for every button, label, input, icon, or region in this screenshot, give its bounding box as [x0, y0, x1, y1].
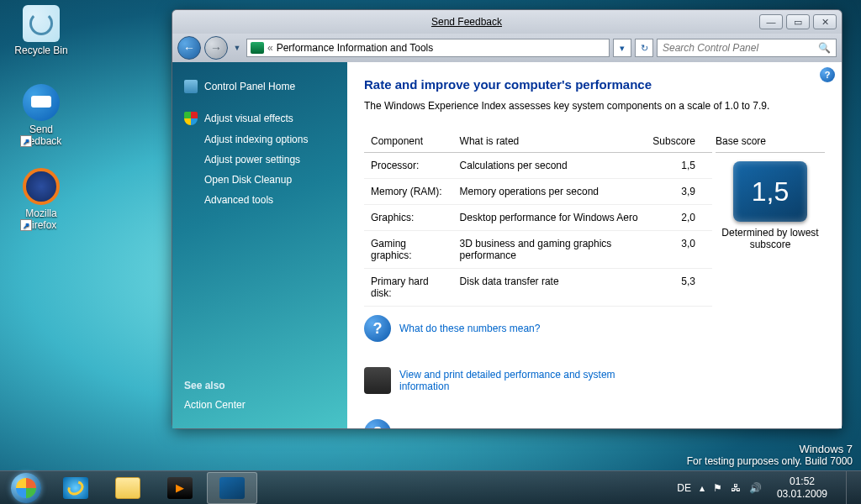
tray-language[interactable]: DE	[677, 482, 691, 494]
sidebar-item-advanced-tools[interactable]: Advanced tools	[184, 190, 335, 210]
firefox-icon	[23, 168, 60, 205]
sidebar-item-visual-effects[interactable]: Adjust visual effects	[184, 108, 335, 129]
system-tray: DE ▴ ⚑ 🖧 🔊 01:52 03.01.2009	[677, 471, 858, 505]
toolbar: ← → ▼ « Performance Information and Tool…	[172, 34, 842, 62]
table-row: Primary hard disk:Disk data transfer rat…	[364, 269, 712, 307]
desktop-icon-send-feedback[interactable]: ↗ Send feedback	[10, 84, 72, 147]
feedback-icon	[23, 84, 60, 121]
col-component: Component	[364, 130, 453, 153]
base-score-caption: Determined by lowest subscore	[716, 227, 825, 250]
desktop-icon-firefox[interactable]: ↗ Mozilla Firefox	[10, 168, 72, 231]
tray-clock[interactable]: 01:52 03.01.2009	[770, 475, 834, 500]
send-feedback-link[interactable]: Send Feedback	[431, 16, 502, 28]
clock-time: 01:52	[777, 475, 827, 487]
titlebar[interactable]: Send Feedback — ▭ ✕	[172, 10, 842, 34]
see-also-header: See also	[184, 380, 335, 391]
desktop-icon-recycle-bin[interactable]: Recycle Bin	[10, 5, 72, 56]
nav-history-dropdown[interactable]: ▼	[231, 36, 243, 60]
tray-volume-icon[interactable]: 🔊	[749, 482, 762, 494]
col-what: What is rated	[453, 130, 647, 153]
refresh-button[interactable]: ↻	[635, 39, 653, 57]
control-panel-window: Send Feedback — ▭ ✕ ← → ▼ « Performance …	[172, 9, 843, 429]
content-pane: ? Rate and improve your computer's perfo…	[347, 62, 842, 428]
forward-button[interactable]: →	[204, 36, 228, 60]
rating-table: Component What is rated Subscore Process…	[364, 130, 712, 307]
taskbar-explorer[interactable]	[103, 472, 153, 504]
breadcrumb-chevrons: «	[267, 42, 273, 54]
home-icon	[184, 80, 198, 93]
explorer-icon	[115, 477, 140, 499]
col-subscore: Subscore	[646, 130, 712, 153]
media-player-icon	[167, 477, 193, 499]
address-dropdown[interactable]: ▾	[613, 39, 631, 57]
windows-orb-icon	[11, 473, 41, 503]
start-button[interactable]	[3, 471, 49, 505]
clock-date: 03.01.2009	[777, 488, 827, 500]
taskbar: DE ▴ ⚑ 🖧 🔊 01:52 03.01.2009	[0, 470, 861, 504]
build-watermark: Windows 7 For testing purposes only. Bui…	[687, 443, 853, 467]
sidebar-item-power[interactable]: Adjust power settings	[184, 150, 335, 170]
search-box[interactable]: 🔍	[657, 39, 837, 57]
shortcut-arrow-icon: ↗	[20, 219, 32, 231]
minimize-button[interactable]: —	[759, 14, 783, 29]
maximize-button[interactable]: ▭	[786, 14, 810, 29]
address-title: Performance Information and Tools	[277, 42, 434, 54]
sidebar-action-center[interactable]: Action Center	[184, 395, 335, 415]
printer-icon	[364, 367, 391, 394]
col-base-score: Base score	[716, 130, 825, 153]
page-description: The Windows Experience Index assesses ke…	[364, 100, 825, 112]
control-panel-home-link[interactable]: Control Panel Home	[184, 76, 335, 97]
ie-icon	[63, 477, 88, 499]
sidebar-item-disk-cleanup[interactable]: Open Disk Cleanup	[184, 170, 335, 190]
help-button[interactable]: ?	[820, 67, 835, 82]
desktop-icon-label: Recycle Bin	[10, 45, 72, 56]
show-desktop-button[interactable]	[846, 471, 856, 505]
back-button[interactable]: ←	[177, 36, 201, 60]
base-score-value: 1,5	[733, 161, 807, 222]
tray-show-hidden-icon[interactable]: ▴	[700, 482, 705, 494]
table-row: Graphics:Desktop performance for Windows…	[364, 205, 712, 231]
close-button[interactable]: ✕	[813, 14, 837, 29]
taskbar-media-player[interactable]	[155, 472, 205, 504]
help-icon: ?	[364, 419, 391, 428]
page-title: Rate and improve your computer's perform…	[364, 77, 825, 92]
taskbar-performance-info[interactable]	[207, 472, 257, 504]
link-view-print[interactable]: View and print detailed performance and …	[399, 369, 625, 392]
link-tips[interactable]: Tips for improving your computer's perfo…	[399, 427, 615, 428]
help-icon: ?	[364, 315, 391, 342]
table-row: Processor:Calculations per second1,5	[364, 153, 712, 179]
tray-network-icon[interactable]: 🖧	[731, 482, 741, 494]
search-icon[interactable]: 🔍	[818, 42, 831, 54]
search-input[interactable]	[663, 42, 818, 54]
taskbar-ie[interactable]	[50, 472, 101, 504]
performance-icon	[219, 477, 245, 499]
link-numbers-mean[interactable]: What do these numbers mean?	[399, 323, 540, 334]
address-bar[interactable]: « Performance Information and Tools	[246, 39, 610, 57]
base-score-panel: Base score 1,5 Determined by lowest subs…	[716, 130, 825, 250]
sidebar-item-indexing[interactable]: Adjust indexing options	[184, 129, 335, 150]
shield-icon	[184, 112, 198, 125]
recycle-bin-icon	[23, 5, 60, 42]
tray-flag-icon[interactable]: ⚑	[713, 482, 722, 494]
sidebar: Control Panel Home Adjust visual effects…	[172, 62, 347, 428]
control-panel-icon	[251, 42, 264, 54]
table-row: Gaming graphics:3D business and gaming g…	[364, 231, 712, 269]
shortcut-arrow-icon: ↗	[20, 135, 32, 147]
table-row: Memory (RAM):Memory operations per secon…	[364, 179, 712, 205]
